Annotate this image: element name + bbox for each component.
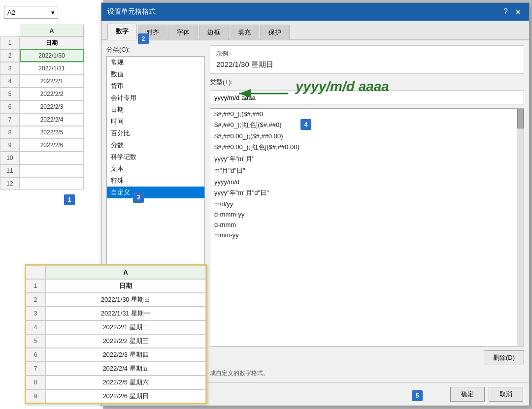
format-item-8[interactable]: yyyy"年"m"月"d"日": [210, 187, 524, 199]
overlay-cell-8: 2022/2/5 星期六: [45, 376, 206, 389]
tab-fill[interactable]: 填充: [230, 25, 259, 40]
format-item-6[interactable]: m"月"d"日": [210, 165, 524, 177]
badge-3: 3: [133, 192, 144, 203]
overlay-cell-5: 2022/2/2 星期三: [45, 334, 206, 348]
data-cell-4[interactable]: 2022/2/1: [20, 75, 84, 88]
overlay-row-5: 5 2022/2/2 星期三: [26, 334, 206, 348]
overlay-rownum-8: 8: [26, 376, 45, 389]
overlay-col-a: A: [45, 265, 206, 279]
help-button[interactable]: ?: [501, 7, 510, 16]
badge-5: 5: [412, 390, 423, 401]
overlay-row-7: 7 2022/2/4 星期五: [26, 362, 206, 376]
scrollbar-thumb[interactable]: [517, 109, 524, 128]
row-num-4: 4: [0, 75, 20, 88]
overlay-rownum-3: 3: [26, 307, 45, 320]
cell-reference-value: A2: [7, 9, 15, 16]
format-item-3[interactable]: $#,##0.00_);($#,##0.00): [210, 131, 524, 141]
row-num-2: 2: [0, 49, 20, 62]
tab-protection[interactable]: 保护: [260, 25, 290, 40]
dialog-titlebar: 设置单元格格式 ? ✕: [101, 3, 529, 21]
delete-button[interactable]: 删除(D): [484, 350, 524, 365]
dialog-titlebar-buttons: ? ✕: [501, 7, 523, 17]
category-custom[interactable]: 自定义: [107, 187, 204, 198]
format-item-4[interactable]: $#,##0.00_);[红色]($#,##0.00): [210, 141, 524, 153]
data-cell-12: [20, 177, 84, 190]
overlay-col-header-row: A: [26, 265, 206, 279]
spreadsheet-col-header: A: [20, 25, 84, 36]
format-item-2[interactable]: $#,##0_);[红色]($#,##0): [210, 119, 524, 131]
category-text[interactable]: 文本: [107, 163, 204, 175]
format-item-7[interactable]: yyyy/m/d: [210, 177, 524, 187]
spreadsheet-data-col: 日期 2022/1/30 2022/1/31 2022/2/1 2022/2/2…: [20, 36, 84, 190]
overlay-cell-9: 2022/2/6 星期日: [45, 389, 206, 403]
category-date[interactable]: 日期: [107, 104, 204, 116]
preview-label: 示例: [216, 50, 518, 58]
row-num-5: 5: [0, 88, 20, 100]
data-cell-8[interactable]: 2022/2/5: [20, 126, 84, 139]
format-item-11[interactable]: d-mmm: [210, 220, 524, 230]
category-percent[interactable]: 百分比: [107, 127, 204, 139]
data-cell-6[interactable]: 2022/2/3: [20, 100, 84, 113]
overlay-rownum-2: 2: [26, 293, 45, 307]
cell-ref-dropdown-icon[interactable]: ▾: [51, 9, 55, 16]
row-num-3: 3: [0, 62, 20, 75]
category-label: 分类(C):: [106, 45, 205, 54]
category-time[interactable]: 时间: [107, 116, 204, 127]
row-num-10: 10: [0, 152, 20, 164]
overlay-row-8: 8 2022/2/5 星期六: [26, 376, 206, 389]
badge-2: 2: [138, 33, 149, 44]
overlay-rownum-6: 6: [26, 348, 45, 362]
category-number[interactable]: 数值: [107, 68, 204, 80]
overlay-rownum-5: 5: [26, 334, 45, 348]
overlay-cell-2: 2022/1/30 星期日: [45, 293, 206, 307]
data-cell-10: [20, 152, 84, 164]
category-scientific[interactable]: 科学记数: [107, 151, 204, 163]
overlay-rownum-1: 1: [26, 279, 45, 293]
type-label: 类型(T):: [210, 78, 524, 87]
format-item-12[interactable]: mmm-yy: [210, 230, 524, 240]
cancel-button[interactable]: 取消: [489, 387, 523, 402]
tab-font[interactable]: 字体: [168, 25, 198, 40]
data-cell-9[interactable]: 2022/2/6: [20, 139, 84, 152]
category-accounting[interactable]: 会计专用: [107, 92, 204, 104]
overlay-cell-3: 2022/1/31 星期一: [45, 307, 206, 320]
category-special[interactable]: 特殊: [107, 175, 204, 187]
badge-4: 4: [300, 119, 311, 130]
row-num-9: 9: [0, 139, 20, 152]
delete-btn-row: 删除(D): [210, 350, 524, 365]
badge-1: 1: [64, 194, 75, 205]
category-currency[interactable]: 货币: [107, 80, 204, 92]
data-cell-7[interactable]: 2022/2/4: [20, 113, 84, 126]
type-input-container: [210, 91, 524, 104]
type-input[interactable]: [210, 91, 524, 104]
tab-number[interactable]: 数字: [107, 24, 137, 40]
format-item-5[interactable]: yyyy"年"m"月": [210, 153, 524, 165]
category-general[interactable]: 常规: [107, 57, 204, 68]
format-item-10[interactable]: d-mmm-yy: [210, 209, 524, 220]
overlay-cell-7: 2022/2/4 星期五: [45, 362, 206, 376]
ok-button[interactable]: 确定: [450, 387, 485, 402]
cell-reference-box[interactable]: A2 ▾: [4, 6, 58, 19]
close-button[interactable]: ✕: [513, 7, 523, 17]
tab-border[interactable]: 边框: [199, 25, 229, 40]
category-fraction[interactable]: 分数: [107, 139, 204, 151]
header-cell-date: 日期: [20, 36, 84, 49]
data-cell-5[interactable]: 2022/2/2: [20, 88, 84, 100]
overlay-corner: [26, 265, 45, 279]
format-item-1[interactable]: $#,##0_);($#,##0: [210, 109, 524, 119]
row-num-8: 8: [0, 126, 20, 139]
data-cell-3[interactable]: 2022/1/31: [20, 62, 84, 75]
overlay-rownum-9: 9: [26, 389, 45, 403]
row-num-7: 7: [0, 113, 20, 126]
row-num-11: 11: [0, 164, 20, 177]
overlay-row-3: 3 2022/1/31 星期一: [26, 307, 206, 320]
data-cell-2[interactable]: 2022/1/30: [20, 49, 84, 62]
format-list[interactable]: $#,##0_);($#,##0 $#,##0_);[红色]($#,##0) $…: [210, 108, 524, 346]
overlay-cell-4: 2022/2/1 星期二: [45, 320, 206, 334]
overlay-date-header: 日期: [45, 279, 206, 293]
format-item-9[interactable]: m/d/yy: [210, 199, 524, 209]
row-numbers: 1 2 3 4 5 6 7 8 9 10 11 12: [0, 36, 20, 190]
format-list-scrollbar[interactable]: [517, 109, 524, 346]
row-num-1: 1: [0, 36, 20, 49]
data-cell-11: [20, 164, 84, 177]
